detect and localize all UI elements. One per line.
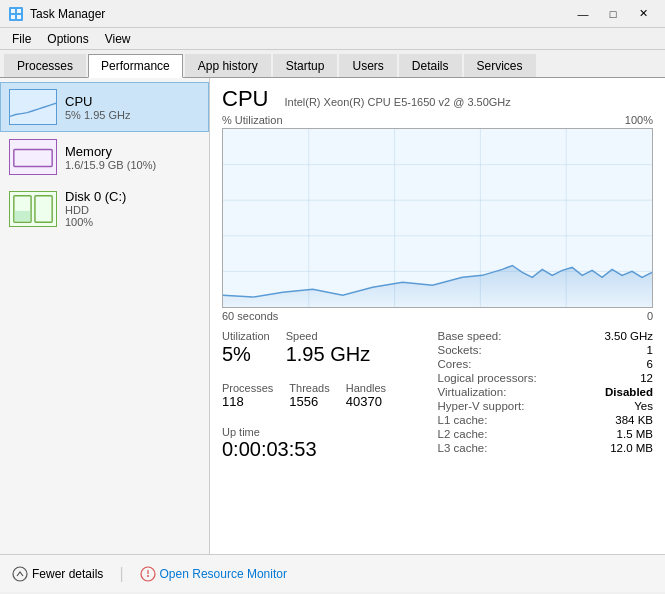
menu-options[interactable]: Options [39,30,96,48]
threads-label: Threads [289,382,329,394]
cpu-header: CPU Intel(R) Xeon(R) CPU E5-1650 v2 @ 3.… [222,86,653,112]
detail-table: Base speed:3.50 GHzSockets:1Cores:6Logic… [438,330,654,454]
detail-row: L3 cache:12.0 MB [438,442,654,454]
chart-label-0: 0 [647,310,653,322]
sidebar-item-cpu[interactable]: CPU 5% 1.95 GHz [0,82,209,132]
processes-label: Processes [222,382,273,394]
detail-key: Sockets: [438,344,482,356]
cpu-panel: CPU Intel(R) Xeon(R) CPU E5-1650 v2 @ 3.… [210,78,665,554]
detail-row: Base speed:3.50 GHz [438,330,654,342]
svg-rect-4 [17,15,21,19]
processes-stat: Processes 118 [222,382,273,410]
detail-val: 1 [647,344,653,356]
tab-details[interactable]: Details [399,54,462,77]
detail-row: Virtualization:Disabled [438,386,654,398]
detail-row: L2 cache:1.5 MB [438,428,654,440]
app-icon [8,6,24,22]
menu-bar: File Options View [0,28,665,50]
chart-label-60s: 60 seconds [222,310,278,322]
cpu-label: CPU [65,94,130,109]
handles-stat: Handles 40370 [346,382,386,410]
chart-label-utilization: % Utilization [222,114,283,126]
utilization-speed-group: Utilization 5% Speed 1.95 GHz [222,330,438,374]
disk-label: Disk 0 (C:) [65,189,126,204]
sidebar-item-memory[interactable]: Memory 1.6/15.9 GB (10%) [0,132,209,182]
stats-section: Utilization 5% Speed 1.95 GHz Processes … [222,330,653,469]
threads-value: 1556 [289,394,329,410]
chart-label-100: 100% [625,114,653,126]
handles-value: 40370 [346,394,386,410]
chart-bottom-labels: 60 seconds 0 [222,310,653,322]
cpu-chart [222,128,653,308]
window-controls: — □ ✕ [569,3,657,25]
memory-info: Memory 1.6/15.9 GB (10%) [65,144,156,171]
detail-val: 3.50 GHz [604,330,653,342]
open-resource-monitor-link[interactable]: Open Resource Monitor [160,567,287,581]
tab-services[interactable]: Services [464,54,536,77]
disk-type: HDD [65,204,126,216]
tabs: Processes Performance App history Startu… [0,50,665,78]
utilization-stat: Utilization 5% [222,330,270,366]
fewer-details-button[interactable]: Fewer details [12,566,103,582]
disk-info: Disk 0 (C:) HDD 100% [65,189,126,228]
tab-performance[interactable]: Performance [88,54,183,78]
tab-users[interactable]: Users [339,54,396,77]
title-bar: Task Manager — □ ✕ [0,0,665,28]
uptime-stat: Up time 0:00:03:53 [222,426,438,461]
separator: | [119,565,123,583]
utilization-value: 5% [222,342,270,366]
minimize-button[interactable]: — [569,3,597,25]
disk-usage: 100% [65,216,126,228]
menu-view[interactable]: View [97,30,139,48]
bottom-bar: Fewer details | Open Resource Monitor [0,554,665,592]
chevron-up-icon [12,566,28,582]
menu-file[interactable]: File [4,30,39,48]
cpu-mini-chart [9,89,57,125]
detail-val: 384 KB [615,414,653,426]
resource-monitor-icon [140,566,156,582]
svg-point-21 [13,567,27,581]
svg-rect-5 [10,90,56,124]
detail-key: L1 cache: [438,414,488,426]
maximize-button[interactable]: □ [599,3,627,25]
tab-processes[interactable]: Processes [4,54,86,77]
handles-label: Handles [346,382,386,394]
uptime-label: Up time [222,426,438,438]
tab-app-history[interactable]: App history [185,54,271,77]
detail-key: L3 cache: [438,442,488,454]
svg-marker-20 [223,265,652,307]
uptime-value: 0:00:03:53 [222,438,438,461]
cpu-model: Intel(R) Xeon(R) CPU E5-1650 v2 @ 3.50GH… [284,96,510,108]
cpu-panel-title: CPU [222,86,268,112]
memory-mini-chart [9,139,57,175]
detail-val: 6 [647,358,653,370]
processes-threads-handles-group: Processes 118 Threads 1556 Handles 40370 [222,382,438,418]
cpu-info: CPU 5% 1.95 GHz [65,94,130,121]
speed-value: 1.95 GHz [286,342,370,366]
cpu-detail: 5% 1.95 GHz [65,109,130,121]
main-content: CPU 5% 1.95 GHz Memory 1.6/15.9 GB (10%) [0,78,665,554]
detail-key: L2 cache: [438,428,488,440]
svg-rect-3 [11,15,15,19]
sidebar: CPU 5% 1.95 GHz Memory 1.6/15.9 GB (10%) [0,78,210,554]
detail-val: 1.5 MB [617,428,653,440]
close-button[interactable]: ✕ [629,3,657,25]
tab-startup[interactable]: Startup [273,54,338,77]
detail-val: Yes [634,400,653,412]
detail-row: L1 cache:384 KB [438,414,654,426]
memory-detail: 1.6/15.9 GB (10%) [65,159,156,171]
detail-val: 12.0 MB [610,442,653,454]
chart-container: % Utilization 100% [222,114,653,322]
processes-value: 118 [222,394,273,410]
open-resource-monitor-button[interactable]: Open Resource Monitor [140,566,287,582]
disk-mini-chart [9,191,57,227]
detail-val: 12 [640,372,653,384]
svg-rect-6 [10,140,56,174]
detail-key: Base speed: [438,330,502,342]
detail-key: Hyper-V support: [438,400,525,412]
svg-rect-1 [11,9,15,13]
memory-label: Memory [65,144,156,159]
utilization-label: Utilization [222,330,270,342]
detail-row: Sockets:1 [438,344,654,356]
sidebar-item-disk[interactable]: Disk 0 (C:) HDD 100% [0,182,209,235]
